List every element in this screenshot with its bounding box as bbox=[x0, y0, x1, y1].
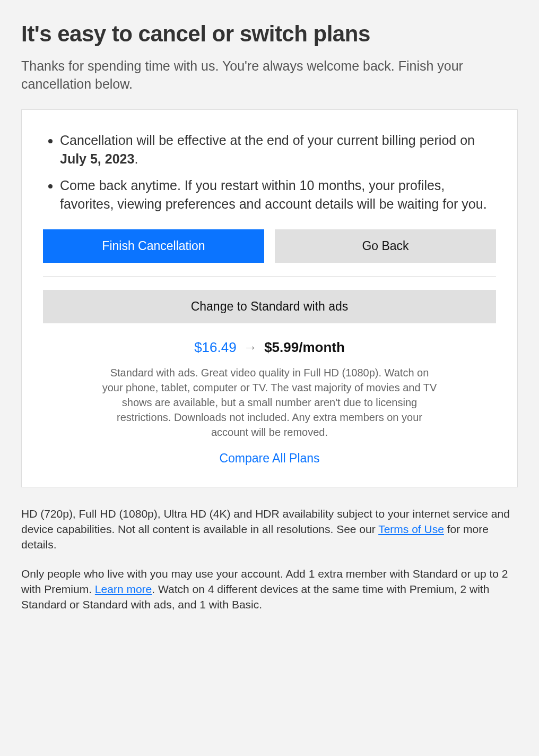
footnote-account: Only people who live with you may use yo… bbox=[21, 566, 518, 613]
info-list: Cancellation will be effective at the en… bbox=[43, 131, 496, 213]
billing-date: July 5, 2023 bbox=[60, 151, 134, 166]
learn-more-link[interactable]: Learn more bbox=[95, 583, 152, 595]
finish-cancellation-button[interactable]: Finish Cancellation bbox=[43, 229, 264, 263]
plan-description: Standard with ads. Great video quality i… bbox=[100, 365, 439, 440]
page-title: It's easy to cancel or switch plans bbox=[21, 21, 518, 47]
change-plan-button[interactable]: Change to Standard with ads bbox=[43, 290, 496, 323]
primary-button-row: Finish Cancellation Go Back bbox=[43, 229, 496, 263]
billing-suffix: . bbox=[134, 151, 138, 166]
compare-plans-link[interactable]: Compare All Plans bbox=[43, 451, 496, 466]
cancellation-panel: Cancellation will be effective at the en… bbox=[21, 109, 518, 487]
terms-of-use-link[interactable]: Terms of Use bbox=[378, 523, 444, 535]
page-subtitle: Thanks for spending time with us. You're… bbox=[21, 57, 518, 93]
billing-prefix: Cancellation will be effective at the en… bbox=[60, 133, 475, 148]
new-price: $5.99/month bbox=[264, 339, 345, 355]
divider bbox=[43, 276, 496, 277]
list-item: Cancellation will be effective at the en… bbox=[60, 131, 496, 168]
old-price: $16.49 bbox=[194, 339, 237, 355]
list-item: Come back anytime. If you restart within… bbox=[60, 176, 496, 213]
go-back-button[interactable]: Go Back bbox=[275, 229, 496, 263]
footnote-resolution: HD (720p), Full HD (1080p), Ultra HD (4K… bbox=[21, 506, 518, 553]
price-comparison: $16.49 → $5.99/month bbox=[43, 339, 496, 356]
arrow-right-icon: → bbox=[244, 339, 257, 355]
